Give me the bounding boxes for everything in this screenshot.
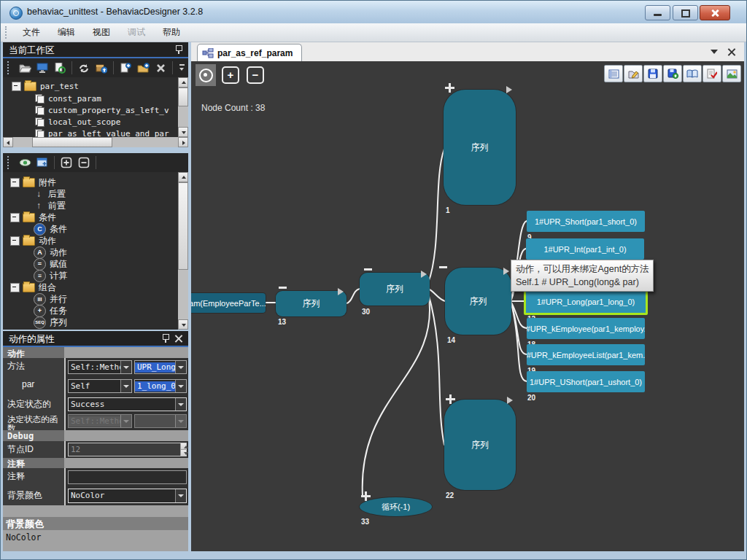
- pin-icon[interactable]: [174, 44, 182, 54]
- dropdown-arrow-icon[interactable]: [120, 361, 131, 373]
- group-label: 条件: [39, 211, 56, 224]
- collapse-expander-icon[interactable]: [10, 213, 20, 222]
- open-workspace-button[interactable]: [16, 60, 34, 76]
- dropdown-arrow-icon[interactable]: [175, 489, 186, 502]
- refresh-icon: [78, 63, 90, 74]
- method-combobox[interactable]: UPR_Long: [134, 360, 187, 374]
- delete-button[interactable]: [152, 60, 169, 76]
- show-hide-button[interactable]: [16, 155, 34, 171]
- vertical-scrollbar[interactable]: [178, 172, 188, 330]
- new-folder-button[interactable]: [134, 60, 152, 76]
- minimize-button[interactable]: [645, 5, 670, 20]
- collapse-marker-icon[interactable]: [364, 268, 372, 271]
- folder-icon: [23, 283, 35, 292]
- property-section-action: 动作: [3, 347, 188, 358]
- collapse-expander-icon[interactable]: [12, 82, 21, 91]
- palette-group-conditions[interactable]: 条件: [10, 211, 56, 223]
- dropdown-arrow-icon[interactable]: [120, 380, 131, 392]
- close-panel-icon[interactable]: [174, 334, 182, 342]
- horizontal-scrollbar[interactable]: [3, 137, 188, 147]
- node-sequence-22[interactable]: 序列: [444, 400, 516, 490]
- tree-node-par-test[interactable]: par_test: [12, 80, 79, 92]
- node-sequence-13[interactable]: 序列: [276, 291, 347, 316]
- node-param[interactable]: param(EmployeeParTe...: [191, 293, 266, 313]
- par-scope-combobox[interactable]: Self: [68, 379, 132, 393]
- node-method-upr-long-selected[interactable]: 1#UPR_Long(par1_long_0): [524, 288, 648, 315]
- menu-edit[interactable]: 编辑: [49, 24, 84, 41]
- node-sequence-14[interactable]: 序列: [445, 268, 511, 335]
- method-class-combobox[interactable]: Self::Metho: [68, 360, 132, 374]
- refresh-button[interactable]: [75, 60, 93, 76]
- toolbar-separator: [71, 61, 72, 74]
- tree-node-behavior[interactable]: const_param: [35, 93, 101, 104]
- node-method-upr-kemployeelist[interactable]: 1#UPR_kEmployeeList(par1_kem...: [527, 344, 645, 365]
- node-method-upr-int[interactable]: 1#UPR_Int(par1_int_0): [526, 238, 644, 260]
- close-tab-icon[interactable]: [727, 47, 735, 55]
- palette-item-parallel[interactable]: III并行: [34, 293, 67, 305]
- menu-help[interactable]: 帮助: [154, 24, 189, 41]
- collapse-marker-icon[interactable]: [439, 266, 447, 268]
- tree-node-behavior[interactable]: local_out_scope: [35, 116, 120, 128]
- item-label: 并行: [50, 293, 67, 306]
- collapse-expander-icon[interactable]: [10, 236, 20, 246]
- palette-item-pre[interactable]: ↑前置: [34, 200, 66, 211]
- palette-item-task[interactable]: +任务: [34, 305, 67, 316]
- dropdown-arrow-icon[interactable]: [175, 380, 186, 392]
- dropdown-arrow-icon[interactable]: [175, 398, 186, 411]
- play-marker-icon: [338, 288, 344, 295]
- result-status-combobox[interactable]: Success: [68, 397, 187, 411]
- workspace-toolbar: [3, 58, 188, 77]
- node-label: 1#UPR_UShort(par1_ushort_0): [530, 378, 642, 386]
- collapse-expander-icon[interactable]: [10, 283, 20, 292]
- tree-node-behavior[interactable]: par_as_left_value_and_par: [35, 128, 169, 137]
- expand-marker-icon[interactable]: [361, 491, 371, 501]
- item-label: 条件: [50, 223, 67, 236]
- export-button[interactable]: [93, 60, 110, 76]
- palette-group-attachments[interactable]: 附件: [10, 176, 56, 188]
- node-method-upr-kemployee[interactable]: 1#UPR_kEmployee(par1_kemploy...: [527, 318, 645, 339]
- close-button[interactable]: [700, 5, 730, 20]
- node-sequence-1[interactable]: 序列: [444, 90, 516, 205]
- new-node-window-button[interactable]: [34, 155, 51, 171]
- palette-item-compute[interactable]: ≡计算: [34, 270, 67, 281]
- comment-input[interactable]: [68, 470, 187, 484]
- node-method-upr-ushort[interactable]: 1#UPR_UShort(par1_ushort_0): [527, 371, 645, 392]
- expand-all-button[interactable]: [58, 155, 75, 171]
- palette-group-actions[interactable]: 动作: [10, 235, 56, 246]
- expand-marker-icon[interactable]: [445, 83, 454, 93]
- property-label: 背景颜色: [3, 487, 64, 505]
- tree-node-behavior[interactable]: custom_property_as_left_v: [35, 104, 169, 116]
- collapse-all-button[interactable]: [75, 155, 93, 171]
- bgcolor-combobox[interactable]: NoColor: [68, 489, 187, 503]
- new-folder-icon: [137, 63, 150, 74]
- palette-item-condition[interactable]: C条件: [34, 223, 67, 235]
- pin-icon[interactable]: [161, 333, 169, 343]
- combo-value: Self::Metho: [69, 362, 120, 373]
- vertical-scrollbar[interactable]: [178, 77, 188, 137]
- connect-button[interactable]: [34, 60, 51, 76]
- collapse-expander-icon[interactable]: [10, 178, 20, 187]
- expand-marker-icon[interactable]: [446, 394, 455, 404]
- restore-button[interactable]: [673, 5, 698, 20]
- par-value-combobox[interactable]: 1_long_0: [134, 379, 187, 393]
- collapse-marker-icon[interactable]: [279, 287, 287, 289]
- new-behavior-button[interactable]: [117, 60, 134, 76]
- toolbar-overflow-button[interactable]: [179, 63, 186, 73]
- palette-group-composites[interactable]: 组合: [10, 281, 56, 293]
- toolbar-separator: [54, 156, 55, 169]
- node-sequence-30[interactable]: 序列: [360, 273, 430, 306]
- palette-toolbar: [3, 153, 188, 172]
- dropdown-arrow-icon[interactable]: [175, 361, 186, 373]
- tab-list-chevron-icon[interactable]: [711, 50, 718, 54]
- reload-workspace-button[interactable]: [51, 60, 69, 76]
- palette-item-sequence[interactable]: SEQ序列: [34, 316, 67, 328]
- menu-file[interactable]: 文件: [14, 24, 49, 41]
- palette-item-post[interactable]: ↓后置: [34, 188, 66, 200]
- palette-item-action[interactable]: A动作: [34, 246, 67, 258]
- tab-label: par_as_ref_param: [217, 48, 293, 58]
- tab-par-as-ref-param[interactable]: par_as_ref_param: [197, 44, 302, 62]
- behavior-tree-canvas[interactable]: + − Node Count : 38: [191, 61, 744, 551]
- menu-view[interactable]: 视图: [84, 24, 119, 41]
- node-method-upr-short[interactable]: 1#UPR_Short(par1_short_0): [527, 211, 645, 232]
- palette-item-assign[interactable]: =赋值: [34, 258, 67, 270]
